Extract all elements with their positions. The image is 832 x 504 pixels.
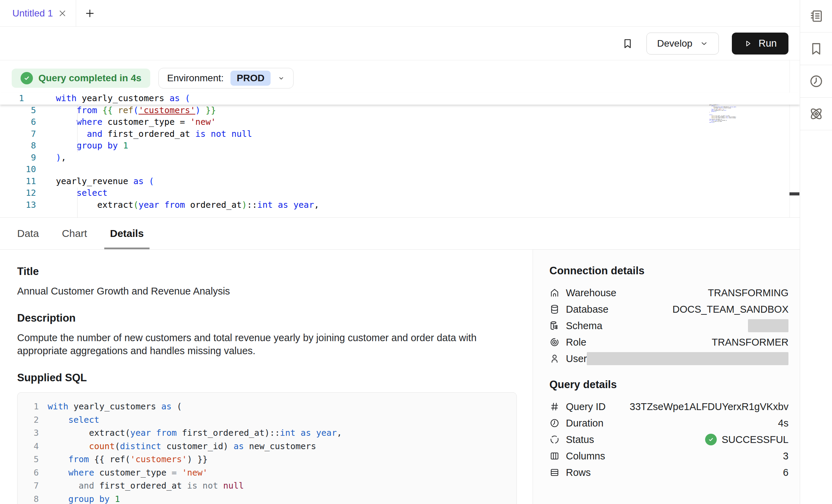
- develop-label: Develop: [657, 38, 692, 49]
- connection-details-heading: Connection details: [549, 265, 788, 277]
- environment-select[interactable]: Environment: PROD: [158, 68, 294, 88]
- sql-editor[interactable]: 1with yearly_customers as ( 5 from {{ re…: [0, 93, 800, 217]
- database-value: DOCS_TEAM_SANDBOX: [673, 304, 788, 315]
- code-line: 5 from {{ ref('customers') }}: [0, 105, 800, 117]
- role-value: TRANSFORMER: [712, 337, 788, 348]
- run-button[interactable]: Run: [732, 33, 788, 55]
- tab-details[interactable]: Details: [104, 218, 150, 249]
- query-row: Query ID33TZseWpe1ALFDUYerxR1gVKxbv: [549, 398, 788, 415]
- develop-dropdown[interactable]: Develop: [646, 33, 719, 55]
- code-line: 6 where customer_type = 'new': [26, 466, 516, 480]
- editor-scrollbar-thumb[interactable]: [789, 192, 799, 195]
- results-tabbar: DataChartDetails: [0, 218, 800, 250]
- code-line: 5 from {{ ref('customers') }}: [26, 453, 516, 466]
- code-line: 8 group by 1: [26, 493, 516, 504]
- bookmark-button[interactable]: [622, 38, 633, 49]
- details-sidebar: Connection details WarehouseTRANSFORMING…: [533, 250, 805, 504]
- environment-label: Environment:: [167, 73, 224, 84]
- user-icon: [549, 353, 560, 364]
- sidebar-lineage-button[interactable]: [800, 98, 832, 130]
- hash-icon: [549, 401, 560, 412]
- query-row: Rows6: [549, 464, 788, 481]
- chevron-down-icon: [700, 39, 708, 48]
- query-status-text: Query completed in 4s: [38, 73, 141, 84]
- rows-label: Rows: [566, 467, 591, 478]
- editor-section: Query completed in 4s Environment: PROD …: [0, 60, 800, 218]
- warehouse-label: Warehouse: [566, 287, 616, 299]
- code-line: 2 select: [26, 413, 516, 427]
- user-redacted-value: [587, 352, 788, 365]
- lineage-icon: [809, 106, 824, 121]
- title-heading: Title: [17, 265, 516, 278]
- query-row: Duration4s: [549, 415, 788, 431]
- title-text: Annual Customer Growth and Revenue Analy…: [17, 285, 494, 298]
- query-details-rows: Query ID33TZseWpe1ALFDUYerxR1gVKxbvDurat…: [549, 398, 788, 481]
- schema-icon: [549, 321, 560, 331]
- query-id-label: Query ID: [566, 401, 606, 412]
- editor-status-row: Query completed in 4s Environment: PROD: [12, 68, 294, 88]
- connection-row: User: [549, 350, 788, 367]
- columns-label: Columns: [566, 451, 605, 462]
- plus-icon: [84, 8, 95, 19]
- schema-label: Schema: [566, 320, 602, 332]
- code-line: 10: [0, 164, 800, 176]
- supplied-sql-heading: Supplied SQL: [17, 372, 516, 384]
- code-line: 8 group by 1: [0, 140, 800, 152]
- query-row: StatusSUCCESSFUL: [549, 431, 788, 448]
- role-icon: [549, 337, 560, 347]
- role-label: Role: [566, 337, 586, 348]
- supplied-sql-block: 1with yearly_customers as (2 select3 ext…: [17, 392, 517, 504]
- warehouse-value: TRANSFORMING: [708, 287, 788, 299]
- tab-untitled-1[interactable]: Untitled 1: [0, 0, 76, 26]
- code-line: 9),: [0, 152, 800, 164]
- description-text: Compute the number of new customers and …: [17, 331, 494, 357]
- connection-row: RoleTRANSFORMER: [549, 334, 788, 350]
- editor-tabbar: Untitled 1: [0, 0, 800, 27]
- sidebar-bookmark-button[interactable]: [800, 33, 832, 65]
- code-line: 12 select: [0, 187, 800, 199]
- editor-lines: 5 from {{ ref('customers') }}6 where cus…: [0, 105, 800, 211]
- duration-value: 4s: [778, 418, 789, 429]
- chevron-down-icon: [277, 74, 285, 82]
- code-line: 1with yearly_customers as (: [0, 93, 800, 105]
- details-panel: Title Annual Customer Growth and Revenue…: [0, 250, 800, 504]
- tab-data[interactable]: Data: [11, 218, 45, 249]
- run-label: Run: [759, 38, 777, 49]
- query-id-value: 33TZseWpe1ALFDUYerxR1gVKxbv: [630, 401, 788, 412]
- success-check-icon: [705, 434, 717, 445]
- rows-value: 6: [783, 467, 788, 478]
- connection-row: WarehouseTRANSFORMING: [549, 285, 788, 301]
- environment-value-badge: PROD: [230, 71, 271, 86]
- play-icon: [744, 39, 752, 48]
- status-label: Status: [566, 434, 594, 445]
- sidebar-notebook-button[interactable]: [800, 0, 832, 33]
- schema-redacted-value: [748, 319, 788, 332]
- query-row: Columns3: [549, 448, 788, 464]
- rows-icon: [549, 467, 560, 478]
- connection-row: Schema: [549, 317, 788, 334]
- new-tab-button[interactable]: [76, 0, 104, 26]
- columns-icon: [549, 451, 560, 461]
- app-window: Untitled 1 Develop Run: [0, 0, 832, 504]
- description-heading: Description: [17, 312, 516, 324]
- history-clock-icon: [809, 74, 824, 89]
- query-details-heading: Query details: [549, 379, 788, 391]
- bookmark-icon: [622, 38, 633, 49]
- indent-guide: [77, 105, 78, 152]
- tab-chart[interactable]: Chart: [56, 218, 93, 249]
- main-column: Untitled 1 Develop Run: [0, 0, 800, 504]
- connection-row: DatabaseDOCS_TEAM_SANDBOX: [549, 301, 788, 317]
- editor-toolbar: Develop Run: [0, 27, 800, 60]
- notebook-icon: [809, 9, 824, 24]
- query-status-badge: Query completed in 4s: [12, 69, 150, 88]
- close-tab-icon[interactable]: [58, 9, 67, 18]
- code-line: 3 extract(year from first_ordered_at)::i…: [26, 427, 516, 440]
- sidebar-history-clock-button[interactable]: [800, 65, 832, 98]
- bookmark-icon: [809, 41, 824, 56]
- code-line: 6 where customer_type = 'new': [0, 116, 800, 128]
- user-label: User: [566, 353, 587, 364]
- check-circle-icon: [21, 72, 33, 84]
- code-line: 1with yearly_customers as (: [26, 400, 516, 413]
- columns-value: 3: [783, 451, 788, 462]
- code-line: 4 count(distinct customer_id) as new_cus…: [26, 440, 516, 453]
